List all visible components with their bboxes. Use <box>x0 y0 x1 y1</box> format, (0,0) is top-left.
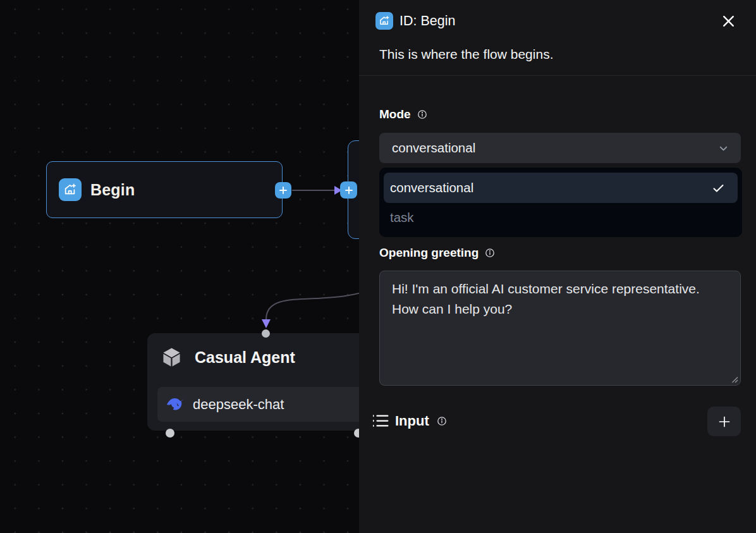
mode-select[interactable]: conversational <box>379 133 741 163</box>
plus-icon <box>717 414 732 429</box>
house-plus-icon <box>375 12 393 30</box>
begin-node[interactable]: Begin <box>46 161 283 218</box>
info-icon[interactable] <box>417 109 427 119</box>
opening-greeting-field: Hi! I'm an official AI customer service … <box>379 271 741 386</box>
agent-source-handle-2[interactable] <box>354 429 359 438</box>
input-section-label: Input <box>395 413 429 429</box>
edge-to-agent-top[interactable] <box>266 291 359 319</box>
panel-description: This is where the flow begins. <box>379 47 553 62</box>
agent-model-chip[interactable]: deepseek-chat <box>157 387 359 422</box>
add-input-button[interactable] <box>707 407 741 436</box>
option-label: conversational <box>390 180 473 195</box>
chevron-down-icon <box>717 142 729 154</box>
flow-canvas[interactable]: Begin Casual Agent <box>0 0 359 533</box>
node-config-panel: ID: Begin This is where the flow begins.… <box>359 0 756 533</box>
deepseek-whale-icon <box>166 396 185 412</box>
mode-dropdown-menu: conversational task <box>379 168 742 237</box>
begin-source-handle-plus[interactable] <box>275 182 291 199</box>
agent-target-handle[interactable] <box>262 329 270 338</box>
cube-icon <box>161 346 182 368</box>
agent-node[interactable]: Casual Agent deepseek-chat <box>147 333 359 431</box>
app-screen: Begin Casual Agent <box>0 0 756 533</box>
house-plus-icon <box>59 178 82 201</box>
flow-edges <box>0 0 359 533</box>
mode-label: Mode <box>379 107 411 121</box>
close-icon[interactable] <box>719 12 737 30</box>
edge-arrowhead-down <box>262 319 271 328</box>
agent-model-name: deepseek-chat <box>193 396 284 413</box>
agent-source-handle[interactable] <box>166 429 174 438</box>
dropdown-option-task[interactable]: task <box>384 203 738 232</box>
opening-greeting-textarea[interactable]: Hi! I'm an official AI customer service … <box>380 271 740 385</box>
info-icon[interactable] <box>485 248 495 258</box>
begin-node-label: Begin <box>90 181 135 199</box>
hidden-node-target-handle-plus[interactable] <box>340 181 357 199</box>
resize-handle-icon[interactable] <box>731 376 738 383</box>
list-icon <box>373 412 390 429</box>
header-divider <box>359 75 756 76</box>
check-icon <box>712 181 725 195</box>
panel-title: ID: Begin <box>399 12 455 30</box>
dropdown-option-conversational[interactable]: conversational <box>384 173 738 203</box>
mode-select-value: conversational <box>392 140 475 156</box>
option-label: task <box>390 210 414 225</box>
agent-node-title: Casual Agent <box>195 348 295 367</box>
opening-greeting-label: Opening greeting <box>379 246 479 260</box>
info-icon[interactable] <box>437 416 447 426</box>
